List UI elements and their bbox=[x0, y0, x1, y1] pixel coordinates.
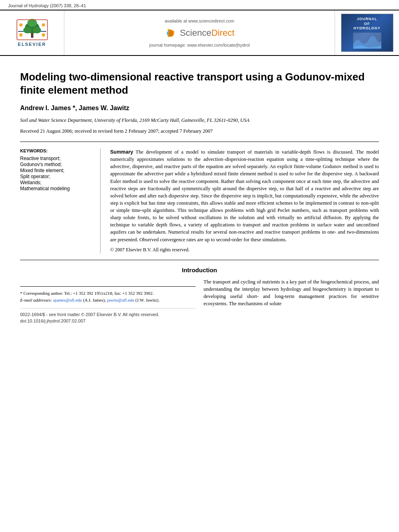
journal-cover: JOURNAL OF HYDROLOGY bbox=[341, 14, 393, 52]
col-left: * Corresponding author. Tel.: +1 352 392… bbox=[20, 278, 195, 325]
svg-point-5 bbox=[27, 19, 37, 27]
email-james[interactable]: ajames@ufl.edu bbox=[53, 298, 82, 302]
received-dates: Received 21 August 2006; received in rev… bbox=[20, 128, 379, 134]
keyword-6: Mathematical modeling bbox=[20, 186, 90, 191]
journal-cover-image bbox=[353, 33, 381, 49]
journal-meta: Journal of Hydrology (2007) 338, 28–41 bbox=[0, 0, 399, 10]
sciencedirect-text: ScienceDirect bbox=[180, 28, 234, 38]
available-at-text: available at www.sciencedirect.com bbox=[165, 18, 234, 23]
footnote-bottom: 0022-1694/$ - see front matter © 2007 El… bbox=[20, 308, 195, 325]
keyword-4: Split operator; bbox=[20, 174, 90, 179]
keywords-title: KEYWORDS: bbox=[20, 148, 90, 153]
affiliation: Soil and Water Science Department, Unive… bbox=[20, 117, 379, 123]
introduction-title: Introduction bbox=[20, 267, 379, 273]
elsevier-tree-icon bbox=[16, 19, 48, 41]
keyword-1: Reactive transport; bbox=[20, 156, 90, 161]
footnotes: * Corresponding author. Tel.: +1 352 392… bbox=[20, 286, 195, 303]
journal-header: ELSEVIER available at www.sciencedirect.… bbox=[0, 10, 399, 56]
two-column-layout: * Corresponding author. Tel.: +1 352 392… bbox=[20, 278, 379, 325]
introduction-section: Introduction * Corresponding author. Tel… bbox=[20, 267, 379, 325]
sciencedirect-box: available at www.sciencedirect.com Scien… bbox=[64, 10, 335, 55]
abstract-text-box: Summary The development of a model to si… bbox=[110, 148, 379, 253]
page: Journal of Hydrology (2007) 338, 28–41 bbox=[0, 0, 399, 532]
svg-point-7 bbox=[19, 23, 23, 27]
keyword-5: Wetlands; bbox=[20, 180, 90, 185]
doi-line: doi:10.1016/j.jhydrol.2007.02.007 bbox=[20, 318, 195, 325]
corresponding-author: * Corresponding author. Tel.: +1 352 392… bbox=[20, 290, 195, 297]
journal-name-line1: JOURNAL bbox=[354, 17, 380, 22]
svg-point-10 bbox=[42, 33, 45, 37]
journal-name-line3: HYDROLOGY bbox=[354, 26, 380, 31]
email-jawitz-note: (J.W. Jawitz). bbox=[134, 298, 160, 302]
journal-name-line2: OF bbox=[354, 22, 380, 27]
license-line: 0022-1694/$ - see front matter © 2007 El… bbox=[20, 312, 195, 318]
svg-point-9 bbox=[19, 33, 23, 37]
svg-point-4 bbox=[33, 27, 41, 33]
email-jawitz[interactable]: jawitz@ufl.edu bbox=[107, 298, 134, 302]
abstract-label: Summary bbox=[110, 149, 133, 155]
svg-point-8 bbox=[42, 23, 45, 27]
col-right: The transport and cycling of nutrients i… bbox=[204, 278, 379, 325]
intro-paragraph: The transport and cycling of nutrients i… bbox=[204, 278, 379, 308]
main-content: Modeling two-dimensional reactive transp… bbox=[0, 56, 399, 333]
email-james-note: (A.I. James), bbox=[82, 298, 107, 302]
journal-citation: Journal of Hydrology (2007) 338, 28–41 bbox=[8, 3, 86, 8]
elsevier-logo-box: ELSEVIER bbox=[0, 10, 64, 55]
sciencedirect-logo: ScienceDirect bbox=[165, 27, 234, 39]
authors: Andrew I. James *, James W. Jawitz bbox=[20, 105, 379, 112]
svg-point-3 bbox=[23, 27, 31, 33]
elsevier-wordmark: ELSEVIER bbox=[18, 42, 46, 47]
authors-text: Andrew I. James *, James W. Jawitz bbox=[20, 105, 129, 111]
keyword-3: Mixed finite element; bbox=[20, 168, 90, 173]
keywords-box: KEYWORDS: Reactive transport; Godunov's … bbox=[20, 148, 90, 253]
email-line: E-mail addresses: ajames@ufl.edu (A.I. J… bbox=[20, 297, 195, 304]
journal-cover-box: JOURNAL OF HYDROLOGY bbox=[335, 10, 399, 55]
copyright-line: © 2007 Elsevier B.V. All rights reserved… bbox=[110, 246, 379, 253]
elsevier-logo: ELSEVIER bbox=[16, 19, 48, 47]
abstract-section: KEYWORDS: Reactive transport; Godunov's … bbox=[20, 142, 379, 260]
abstract-body: The development of a model to simulate t… bbox=[110, 149, 379, 242]
sciencedirect-icon bbox=[165, 27, 177, 39]
article-title: Modeling two-dimensional reactive transp… bbox=[20, 70, 379, 97]
abstract-divider bbox=[100, 148, 101, 253]
homepage-text: journal homepage: www.elsevier.com/locat… bbox=[149, 43, 249, 47]
journal-cover-title: JOURNAL OF HYDROLOGY bbox=[354, 17, 380, 31]
email-label: E-mail addresses: bbox=[20, 298, 53, 302]
keyword-2: Godunov's method; bbox=[20, 162, 90, 167]
